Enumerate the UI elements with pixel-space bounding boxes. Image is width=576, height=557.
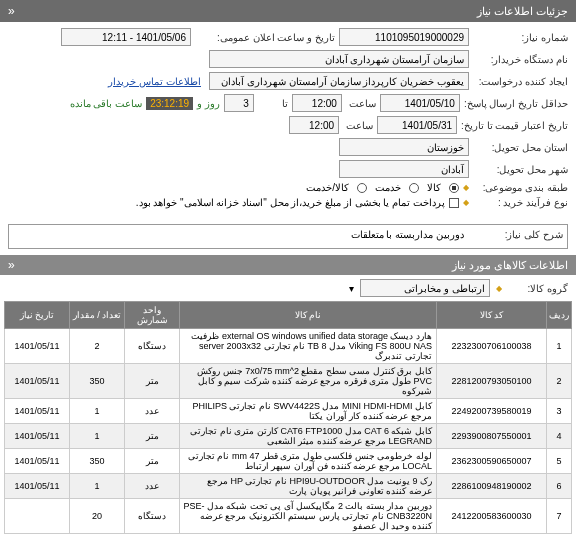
deadline-time-field: 12:00 xyxy=(292,94,342,112)
cell-code: 2232300706100038 xyxy=(437,329,547,364)
table-row: 12232300706100038هارد دیسک external OS w… xyxy=(5,329,572,364)
need-number-label: شماره نیاز: xyxy=(473,32,568,43)
org-label: نام دستگاه خریدار: xyxy=(473,54,568,65)
col-code: کد کالا xyxy=(437,302,547,329)
cell-date: 1401/05/11 xyxy=(5,449,70,474)
col-unit: واحد شمارش xyxy=(125,302,180,329)
table-row: 52362300590650007لوله خرطومی جنس فلکسی ط… xyxy=(5,449,572,474)
form-section: شماره نیاز: 1101095019000029 تاریخ و ساع… xyxy=(0,22,576,218)
cell-date: 1401/05/11 xyxy=(5,399,70,424)
cell-qty: 350 xyxy=(70,364,125,399)
time-label-1: ساعت xyxy=(346,98,376,109)
cell-date: 1401/05/11 xyxy=(5,474,70,499)
cell-date: 1401/05/11 xyxy=(5,329,70,364)
items-table: ردیف کد کالا نام کالا واحد شمارش تعداد /… xyxy=(4,301,572,534)
table-row: 22281200793050100کابل برق کنترل مسی سطح … xyxy=(5,364,572,399)
cell-unit: متر xyxy=(125,364,180,399)
days-before: تا xyxy=(258,98,288,109)
cell-name: کابل MINI HDMI-HDMI مدل SWV4422S نام تجا… xyxy=(180,399,437,424)
cell-name: رک 9 یونیت مدل HPI9U-OUTDOOR نام تجارتی … xyxy=(180,474,437,499)
col-name: نام کالا xyxy=(180,302,437,329)
announce-field: 1401/05/06 - 12:11 xyxy=(61,28,191,46)
cell-qty: 20 xyxy=(70,499,125,534)
process-checkbox[interactable] xyxy=(449,198,459,208)
cell-code: 2293900807550001 xyxy=(437,424,547,449)
cell-idx: 3 xyxy=(547,399,572,424)
cell-idx: 7 xyxy=(547,499,572,534)
announce-label: تاریخ و ساعت اعلان عمومی: xyxy=(195,32,335,43)
city-field: آبادان xyxy=(339,160,469,178)
group-field: ارتباطی و مخابراتی xyxy=(360,279,490,297)
radio-both-label: کالا/خدمت xyxy=(306,182,349,193)
bullet-icon: ◆ xyxy=(463,183,469,192)
expiry-label: تاریخ اعتبار قیمت تا تاریخ: xyxy=(461,120,568,131)
expiry-time-field: 12:00 xyxy=(289,116,339,134)
bullet-icon-2: ◆ xyxy=(463,198,469,207)
requester-label: ایجاد کننده درخواست: xyxy=(473,76,568,87)
bullet-icon-3: ◆ xyxy=(496,284,502,293)
days-field: 3 xyxy=(224,94,254,112)
cell-idx: 2 xyxy=(547,364,572,399)
process-label: نوع فرآیند خرید : xyxy=(473,197,568,208)
group-label: گروه کالا: xyxy=(508,283,568,294)
remaining-time: 23:12:19 xyxy=(146,97,193,110)
cell-name: هارد دیسک external OS windows unified da… xyxy=(180,329,437,364)
cell-idx: 1 xyxy=(547,329,572,364)
col-qty: تعداد / مقدار xyxy=(70,302,125,329)
items-header: اطلاعات کالاهای مورد نیاز « xyxy=(0,255,576,275)
collapse-icon[interactable]: « xyxy=(8,4,15,18)
cell-qty: 2 xyxy=(70,329,125,364)
cell-code: 2412200583600030 xyxy=(437,499,547,534)
radio-goods[interactable] xyxy=(449,183,459,193)
cell-unit: دستگاه xyxy=(125,499,180,534)
province-label: استان محل تحویل: xyxy=(473,142,568,153)
cell-unit: عدد xyxy=(125,399,180,424)
requester-field: یعقوب خضریان کارپرداز سازمان آرامستان شه… xyxy=(209,72,469,90)
province-field: خوزستان xyxy=(339,138,469,156)
main-header: جزئیات اطلاعات نیاز « xyxy=(0,0,576,22)
org-field: سازمان آرامستان شهرداری آبادان xyxy=(209,50,469,68)
description-box: شرح کلی نیاز: دوربین مداربسته با متعلقات xyxy=(8,224,568,249)
col-idx: ردیف xyxy=(547,302,572,329)
cell-unit: دستگاه xyxy=(125,329,180,364)
collapse-icon-2[interactable]: « xyxy=(8,258,15,272)
radio-service[interactable] xyxy=(409,183,419,193)
cell-idx: 6 xyxy=(547,474,572,499)
cell-unit: متر xyxy=(125,449,180,474)
col-date: تاریخ نیاز xyxy=(5,302,70,329)
cell-unit: متر xyxy=(125,424,180,449)
cell-qty: 350 xyxy=(70,449,125,474)
cell-name: کابل برق کنترل مسی سطح مقطع 7x0/75 mm^2 … xyxy=(180,364,437,399)
chevron-down-icon[interactable]: ▾ xyxy=(349,283,354,294)
deadline-label: حداقل تاریخ ارسال پاسخ: xyxy=(464,98,568,109)
contact-link[interactable]: اطلاعات تماس خریدار xyxy=(108,76,201,87)
table-row: 62286100948190002رک 9 یونیت مدل HPI9U-OU… xyxy=(5,474,572,499)
table-row: 32249200739580019کابل MINI HDMI-HDMI مدل… xyxy=(5,399,572,424)
remaining-after: ساعت باقی مانده xyxy=(70,98,143,109)
cell-date: 1401/05/11 xyxy=(5,364,70,399)
desc-label: شرح کلی نیاز: xyxy=(468,229,563,240)
cell-code: 2249200739580019 xyxy=(437,399,547,424)
cell-date: 1401/05/11 xyxy=(5,424,70,449)
cell-qty: 1 xyxy=(70,474,125,499)
cell-code: 2281200793050100 xyxy=(437,364,547,399)
time-label-2: ساعت xyxy=(343,120,373,131)
radio-both[interactable] xyxy=(357,183,367,193)
items-header-title: اطلاعات کالاهای مورد نیاز xyxy=(452,259,568,272)
category-label: طبقه بندی موضوعی: xyxy=(473,182,568,193)
table-row: 72412200583600030دوربین مدار بسته بالت 2… xyxy=(5,499,572,534)
cell-qty: 1 xyxy=(70,399,125,424)
cell-unit: عدد xyxy=(125,474,180,499)
city-label: شهر محل تحویل: xyxy=(473,164,568,175)
process-note: پرداخت تمام یا بخشی از مبلغ خرید،از محل … xyxy=(136,197,445,208)
table-row: 42293900807550001کابل شبکه CAT 6 مدل CAT… xyxy=(5,424,572,449)
cell-idx: 5 xyxy=(547,449,572,474)
cell-name: لوله خرطومی جنس فلکسی طول متری قطر mm 47… xyxy=(180,449,437,474)
cell-code: 2362300590650007 xyxy=(437,449,547,474)
days-after: روز و xyxy=(197,98,220,109)
cell-date xyxy=(5,499,70,534)
cell-name: کابل شبکه CAT 6 مدل CAT6 FTP1000 کارتن م… xyxy=(180,424,437,449)
cell-qty: 1 xyxy=(70,424,125,449)
desc-text: دوربین مداربسته با متعلقات xyxy=(351,229,464,240)
cell-name: دوربین مدار بسته بالت 2 مگاپیکسل آی پی ت… xyxy=(180,499,437,534)
